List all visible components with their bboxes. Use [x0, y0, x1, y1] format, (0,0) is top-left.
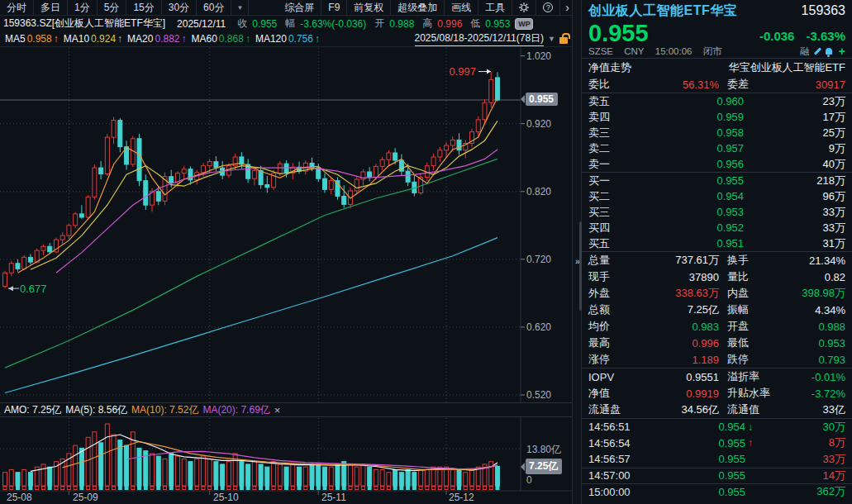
y-axis-tick-3: 0.720 [526, 254, 551, 265]
panel-divider[interactable]: » [572, 0, 582, 504]
alert-bell-icon[interactable] [826, 48, 832, 55]
trading-app-window: 0.9970.677 分时多日1分5分15分30分60分 ▼ 综合屏F9前复权超… [0, 0, 852, 504]
iopv-label-1: 流通盘 [588, 402, 626, 417]
ask-volume: 9万 [744, 141, 845, 156]
tool-button-3[interactable]: 超级叠加 [391, 0, 445, 16]
date-range[interactable]: 2025/08/18-2025/12/11(78日) [415, 31, 545, 46]
period-tab-4[interactable]: 15分 [126, 0, 161, 16]
iopv-label-1: IOPV [588, 371, 626, 383]
period-tab-2[interactable]: 1分 [68, 0, 98, 16]
ma-value: 0.756 [288, 33, 313, 45]
tape-time: 14:56:51 [588, 421, 659, 433]
tape-volume: 30万 [760, 420, 845, 435]
ma-up-arrow-icon: ↑ [54, 33, 59, 45]
period-tab-0[interactable]: 分时 [0, 0, 34, 16]
amplitude-label: 幅 [285, 17, 295, 31]
ask-price: 0.958 [621, 126, 744, 139]
iopv-value-1: 34.56亿 [626, 402, 719, 417]
amo-ma5-label: MA(5): 8.56亿 [65, 403, 127, 417]
tool-button-0[interactable]: 综合屏 [278, 0, 321, 16]
iopv-value-1: 0.9551 [626, 371, 719, 383]
ma-legend: MA50.958↑MA100.924↑MA200.882↑MA600.868↑M… [0, 33, 320, 45]
ma-name: MA20 [127, 33, 153, 45]
x-axis-label-4: 25-12 [449, 492, 474, 503]
ask-label: 卖四 [588, 110, 621, 125]
ask-price: 0.957 [621, 142, 744, 155]
diff-label: 委差 [719, 77, 778, 92]
stat-label-2: 量比 [719, 269, 778, 284]
close-label: 收 [237, 17, 247, 31]
ma-legend-item-4: MA1200.756↑ [255, 33, 320, 45]
tape-row-0: 14:56:510.954↓30万 [582, 419, 852, 435]
bid-row-1[interactable]: 买一0.955218万 [582, 173, 852, 188]
stat-row-3: 总额7.25亿振幅4.34% [582, 302, 852, 318]
unlock-icon[interactable] [559, 37, 568, 44]
y-axis-tick-5: 0.520 [526, 389, 551, 401]
stat-label-1: 外盘 [588, 286, 626, 301]
bid-row-4[interactable]: 买四0.95233万 [582, 220, 852, 235]
bid-price: 0.955 [621, 174, 744, 187]
stat-label-1: 总额 [588, 302, 626, 317]
stat-value-2: 0.82 [778, 271, 845, 283]
price-change: -0.036 [759, 29, 795, 43]
bid-price: 0.954 [621, 190, 744, 202]
bid-row-5[interactable]: 买五0.95131万 [582, 235, 852, 251]
tape-price: 0.955 [659, 437, 745, 449]
bid-row-2[interactable]: 买二0.95496万 [582, 188, 852, 204]
ratio-label: 委比 [588, 77, 626, 92]
ma-name: MA120 [255, 33, 287, 45]
bid-volume: 96万 [744, 189, 845, 204]
period-tab-5[interactable]: 30分 [162, 0, 197, 16]
settings-button[interactable] [512, 0, 536, 16]
nav-trend-row[interactable]: 净值走势 华宝创业板人工智能ETF [582, 59, 852, 76]
ask-label: 卖三 [588, 126, 621, 140]
tape-price: 0.954 [659, 421, 745, 433]
amplitude-value: -3.63%(-0.036) [300, 18, 366, 30]
close-icon[interactable]: × [274, 404, 281, 416]
tape-arrow-icon: ↑ [745, 437, 760, 449]
period-tab-1[interactable]: 多日 [34, 0, 68, 16]
tool-button-1[interactable]: F9 [321, 0, 347, 16]
tape-row-2: 14:56:570.95533万 [582, 451, 852, 468]
amo-ma20-label: MA(20): 7.69亿 [202, 403, 269, 417]
period-tab-6[interactable]: 60分 [197, 0, 231, 16]
range-dropdown-icon[interactable]: ▼ [548, 35, 555, 43]
tape-volume: 8万 [760, 435, 845, 450]
wp-badge[interactable]: WP [515, 18, 533, 30]
bid-row-3[interactable]: 买三0.95333万 [582, 204, 852, 220]
price-change-pct: -3.63% [806, 29, 845, 43]
ask-row-4[interactable]: 卖四0.95917万 [582, 109, 852, 125]
y-axis-tick-0: 1.020 [526, 50, 551, 62]
amo-label: AMO: 7.25亿 [4, 403, 61, 417]
iopv-value-2: 33亿 [778, 402, 845, 417]
candlestick-chart[interactable]: 0.9970.677 [0, 0, 574, 504]
ma-up-arrow-icon: ↑ [315, 33, 320, 45]
ma-name: MA10 [64, 33, 89, 45]
ask-row-2[interactable]: 卖二0.9579万 [582, 140, 852, 156]
period-dropdown-icon[interactable]: ▼ [231, 0, 249, 16]
stat-label-1: 涨停 [588, 352, 626, 367]
symbol-label[interactable]: 159363.SZ[创业板人工智能ETF华宝] [3, 17, 165, 31]
y-axis-tick-4: 0.620 [526, 321, 551, 333]
add-watchlist-icon[interactable]: + [839, 47, 845, 55]
period-tab-3[interactable]: 5分 [98, 0, 127, 16]
stat-label-1: 总量 [588, 253, 626, 268]
bid-label: 买四 [588, 221, 621, 235]
ask-row-1[interactable]: 卖一0.95640万 [582, 156, 852, 172]
iopv-label-2: 升贴水率 [719, 386, 778, 401]
ask-row-3[interactable]: 卖三0.95825万 [582, 125, 852, 140]
bid-volume: 33万 [744, 221, 845, 235]
tool-button-2[interactable]: 前复权 [347, 0, 391, 16]
bid-price: 0.951 [621, 237, 744, 250]
ask-row-5[interactable]: 卖五0.96023万 [582, 93, 852, 109]
help-button[interactable]: ? [536, 0, 560, 16]
close-value: 0.955 [252, 18, 277, 30]
x-axis-label-0: 25-08 [7, 492, 32, 503]
exchange-label: SZSE [588, 46, 613, 56]
tool-button-5[interactable]: 工具 [478, 0, 512, 16]
stat-label-2: 最低 [719, 335, 778, 350]
market-status: 闭市 [703, 46, 722, 56]
edit-pencil-icon[interactable] [814, 47, 821, 55]
tool-button-4[interactable]: 画线 [445, 0, 478, 16]
bid-volume: 33万 [744, 205, 845, 220]
